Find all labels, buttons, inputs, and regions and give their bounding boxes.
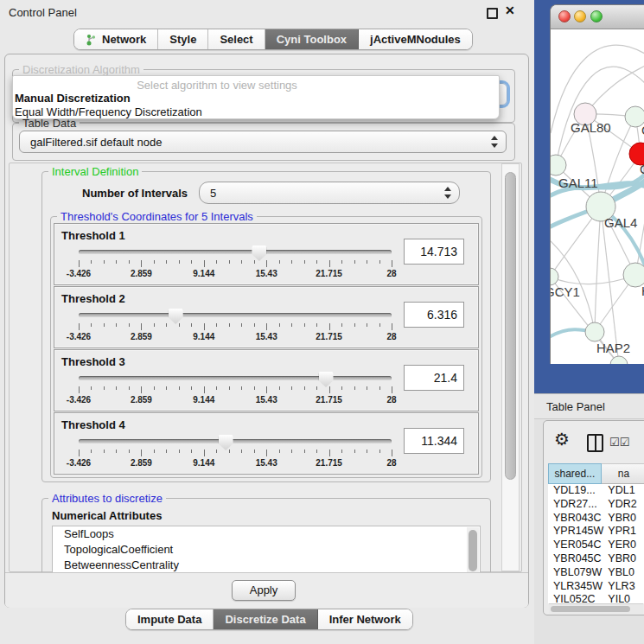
slider-tick-label: 28 xyxy=(386,269,396,278)
tab-style[interactable]: Style xyxy=(158,29,208,49)
slider-track[interactable] xyxy=(79,439,392,443)
network-edge[interactable] xyxy=(595,207,601,332)
columns-icon[interactable] xyxy=(587,434,603,452)
table-horizontal-scrollbar[interactable] xyxy=(549,603,643,614)
tab-discretize-data[interactable]: Discretize Data xyxy=(214,609,317,629)
threshold-panel-4: Threshold 4-3.4262.8599.14415.4321.71528… xyxy=(54,412,479,475)
number-of-intervals-select[interactable]: 5 xyxy=(199,182,460,204)
slider-knob[interactable] xyxy=(252,245,266,261)
column-header-na[interactable]: na xyxy=(602,463,644,484)
slider-knob[interactable] xyxy=(169,309,183,324)
apply-button[interactable]: Apply xyxy=(232,580,296,601)
tab-select[interactable]: Select xyxy=(208,29,265,49)
slider-track[interactable] xyxy=(79,250,392,254)
app-root: Control Panel ✕ NetworkStyleSelectCyni T… xyxy=(0,0,644,644)
table-scrollbar-thumb[interactable] xyxy=(551,606,630,612)
close-icon[interactable]: ✕ xyxy=(505,3,515,17)
threshold-slider[interactable]: -3.4262.8599.14415.4321.71528 xyxy=(79,372,392,406)
table-row[interactable]: YPR145WYPR1 xyxy=(548,525,644,539)
threshold-value-field[interactable]: 21.4 xyxy=(404,365,464,391)
tab-infer-network[interactable]: Infer Network xyxy=(318,609,412,629)
table-cell: YLR3 xyxy=(603,580,644,594)
table-cell: YBL079W xyxy=(548,566,603,580)
tick-mark xyxy=(129,260,130,264)
table-row[interactable]: YBR043CYBR0 xyxy=(548,512,644,526)
node-label-gal80: GAL80 xyxy=(571,120,611,135)
attribute-items: SelfLoopsTopologicalCoefficientBetweenne… xyxy=(53,526,480,573)
tick-mark xyxy=(341,260,342,264)
window-zoom-button[interactable] xyxy=(590,10,603,22)
tick-mark xyxy=(392,260,392,267)
gcy1-node[interactable] xyxy=(551,268,558,285)
slider-tick-label: 28 xyxy=(386,458,396,468)
algorithm-dropdown-popup: Select algorithm to view settings Manual… xyxy=(12,75,500,119)
gear-icon[interactable]: ⚙ xyxy=(554,430,570,448)
column-header-shared-[interactable]: shared... xyxy=(548,463,602,484)
table-data-select[interactable]: galFiltered.sif default node xyxy=(19,131,507,153)
tick-mark xyxy=(179,323,180,327)
table-cell: YBR0 xyxy=(603,512,644,526)
hap2-node[interactable] xyxy=(585,322,604,341)
algorithm-option-manual-discretization[interactable]: Manual Discretization xyxy=(13,92,499,105)
tick-mark xyxy=(329,450,330,456)
window-close-button[interactable] xyxy=(558,10,571,22)
threshold-slider[interactable]: -3.4262.8599.14415.4321.71528 xyxy=(79,435,392,469)
threshold-value-field[interactable]: 14.713 xyxy=(404,239,464,265)
tab-cyni-toolbox[interactable]: Cyni Toolbox xyxy=(265,29,359,49)
table-row[interactable]: YIL052CYIL0 xyxy=(548,593,644,603)
slider-tick-label: 2.859 xyxy=(131,458,152,468)
tab-jactivemnodules[interactable]: jActiveMNodules xyxy=(359,29,472,49)
slider-tick-label: 28 xyxy=(386,395,396,405)
slider-tick-label: -3.426 xyxy=(67,332,91,341)
threshold-label: Threshold 2 xyxy=(61,292,125,305)
tick-mark xyxy=(154,323,155,327)
tick-mark xyxy=(204,260,205,267)
attribute-item-topologicalcoefficient[interactable]: TopologicalCoefficient xyxy=(53,542,480,558)
select-columns-checkboxes-icon[interactable]: ☑☑ xyxy=(609,436,629,449)
slider-knob[interactable] xyxy=(319,372,334,387)
float-window-icon[interactable] xyxy=(487,8,498,19)
table-row[interactable]: YLR345WYLR3 xyxy=(548,580,644,594)
threshold-label: Threshold 3 xyxy=(61,355,125,368)
slider-knob[interactable] xyxy=(219,435,233,450)
tick-mark xyxy=(304,450,305,453)
slider-tick-label: 15.43 xyxy=(256,269,277,278)
tab-network[interactable]: Network xyxy=(74,29,158,49)
tab-impute-data[interactable]: Impute Data xyxy=(126,609,214,629)
slider-tick-label: 15.43 xyxy=(256,395,277,405)
panel-scrollbar-thumb[interactable] xyxy=(505,172,516,480)
panel-scrollbar[interactable] xyxy=(501,163,520,571)
network-canvas[interactable]: GAL80GCGAL11GAL4GCY1HHAP2 xyxy=(551,29,644,364)
threshold-slider[interactable]: -3.4262.8599.14415.4321.71528 xyxy=(79,309,392,343)
table-row[interactable]: YER054CYER0 xyxy=(548,539,644,552)
table-row[interactable]: YBL079WYBL0 xyxy=(548,566,644,580)
slider-tick-label: -3.426 xyxy=(67,395,91,405)
tick-mark xyxy=(116,386,117,390)
tick-mark xyxy=(354,386,355,390)
algorithm-placeholder-option[interactable]: Select algorithm to view settings xyxy=(13,79,499,92)
slider-track[interactable] xyxy=(79,313,392,317)
network-icon xyxy=(86,34,97,46)
algorithm-option-equal-width-frequency-discretization[interactable]: Equal Width/Frequency Discretization xyxy=(13,105,499,119)
tick-mark xyxy=(367,386,367,390)
table-row[interactable]: YDL19...YDL1 xyxy=(548,484,644,498)
threshold-value-field[interactable]: 11.344 xyxy=(404,428,464,454)
attributes-scrollbar-thumb[interactable] xyxy=(469,530,477,571)
attribute-item-betweennesscentrality[interactable]: BetweennessCentrality xyxy=(53,558,480,573)
slider-track[interactable] xyxy=(79,376,392,380)
window-minimize-button[interactable] xyxy=(574,10,586,22)
tick-mark xyxy=(104,323,105,327)
network-window-titlebar[interactable] xyxy=(551,5,644,29)
tick-mark xyxy=(79,260,80,267)
tick-mark xyxy=(392,386,392,393)
tick-mark xyxy=(204,386,205,393)
slider-tick-label: 21.715 xyxy=(316,269,342,278)
threshold-slider[interactable]: -3.4262.8599.14415.4321.71528 xyxy=(79,245,392,280)
table-row[interactable]: YDR27...YDR2 xyxy=(548,498,644,512)
table-row[interactable]: YBR045CYBR0 xyxy=(548,552,644,566)
tab-label: Impute Data xyxy=(137,613,201,626)
slider-tick-label: 15.43 xyxy=(256,332,277,341)
network-edge[interactable] xyxy=(551,275,635,284)
threshold-value-field[interactable]: 6.316 xyxy=(404,302,464,328)
attribute-item-selfloops[interactable]: SelfLoops xyxy=(53,526,480,542)
